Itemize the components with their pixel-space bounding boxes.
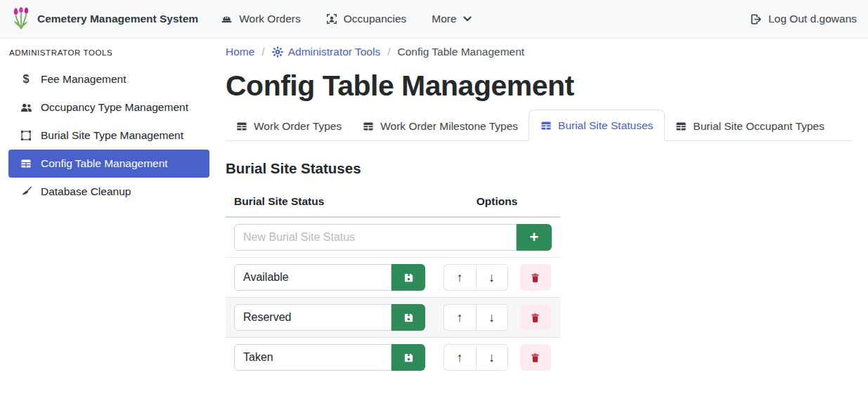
sidebar-item-label: Config Table Management [41,157,168,170]
table-row: ↑ ↓ [226,298,560,338]
nav-more[interactable]: More [432,13,471,25]
tab-label: Work Order Types [254,120,342,133]
breadcrumb-separator: / [387,46,390,58]
breadcrumb-admin-tools-label: Administrator Tools [288,46,381,58]
sidebar-section-label: ADMINISTRATOR TOOLS [8,48,209,57]
tab-work-order-milestone-types[interactable]: Work Order Milestone Types [352,114,529,140]
burial-site-status-table: Burial Site Status Options + [226,188,560,377]
delete-button[interactable] [520,304,551,331]
sidebar-item-label: Burial Site Type Management [41,129,183,142]
status-name-input[interactable] [234,264,391,291]
people-icon [20,102,32,114]
table-icon [675,121,687,132]
tab-label: Burial Site Occupant Types [693,120,824,133]
logout-icon [750,13,762,25]
breadcrumb-separator: / [261,46,264,58]
sidebar-item-burial-site-type-management[interactable]: Burial Site Type Management [8,121,209,150]
table-icon [20,158,32,169]
config-tabs: Work Order Types Work Order Milestone Ty… [226,110,853,141]
save-icon [403,272,414,283]
bounding-box-icon [20,130,32,141]
save-button[interactable] [391,264,425,291]
person-bounding-box-icon [326,13,337,25]
table-row: ↑ ↓ [226,258,560,298]
table-icon [540,120,552,131]
gear-icon [272,46,283,58]
save-icon [403,353,414,363]
table-header-row: Burial Site Status Options [226,188,560,217]
add-status-button[interactable]: + [517,224,552,251]
top-navbar: Cemetery Management System Work Orders [0,0,868,39]
table-row: ↑ ↓ [226,338,560,378]
chevron-down-icon [463,16,472,22]
tab-label: Work Order Milestone Types [380,120,518,133]
primary-nav: Work Orders Occupancies More [221,13,472,25]
column-header-status: Burial Site Status [226,188,434,217]
sidebar-item-fee-management[interactable]: $ Fee Management [8,65,209,93]
tulip-logo-icon [11,6,31,32]
save-button[interactable] [391,344,425,371]
page-title: Config Table Management [226,70,853,103]
status-name-input[interactable] [234,344,391,371]
breadcrumb-current: Config Table Management [398,46,525,58]
nav-work-orders[interactable]: Work Orders [221,13,301,25]
reorder-button-group: ↑ ↓ [443,344,508,371]
arrow-up-icon: ↑ [457,311,463,324]
tab-work-order-types[interactable]: Work Order Types [226,114,352,140]
move-up-button[interactable]: ↑ [443,264,476,291]
logout-label: Log Out d.gowans [768,13,857,25]
tab-burial-site-occupant-types[interactable]: Burial Site Occupant Types [665,114,835,140]
nav-occupancies-label: Occupancies [344,13,407,25]
reorder-button-group: ↑ ↓ [443,304,508,331]
arrow-down-icon: ↓ [488,351,495,364]
move-up-button[interactable]: ↑ [443,344,476,371]
save-button[interactable] [391,304,425,331]
nav-work-orders-label: Work Orders [239,13,301,25]
logout-button[interactable]: Log Out d.gowans [750,13,857,25]
sidebar-item-label: Fee Management [41,73,127,86]
trash-icon [530,272,540,283]
breadcrumb-home-link[interactable]: Home [226,46,254,58]
new-status-input[interactable] [234,224,517,251]
plus-icon: + [530,228,539,246]
arrow-up-icon: ↑ [457,351,463,364]
sidebar-item-database-cleanup[interactable]: Database Cleanup [8,178,209,206]
status-name-input[interactable] [234,304,391,331]
trash-icon [530,312,540,323]
tab-burial-site-statuses[interactable]: Burial Site Statuses [529,110,665,141]
trash-icon [530,353,540,363]
sidebar-item-occupancy-type-management[interactable]: Occupancy Type Management [8,93,209,121]
main-content: Home / Administ [218,39,868,415]
move-down-button[interactable]: ↓ [476,344,508,371]
hard-hat-icon [221,13,233,25]
breadcrumb-home-label: Home [226,46,254,58]
delete-button[interactable] [520,344,551,371]
tab-label: Burial Site Statuses [558,119,653,132]
section-heading: Burial Site Statuses [226,160,853,177]
table-icon [236,121,247,132]
broom-icon [20,186,32,198]
nav-more-label: More [432,13,456,25]
sidebar: ADMINISTRATOR TOOLS $ Fee Management Occ… [0,39,218,415]
table-icon [363,121,374,132]
breadcrumb-admin-tools-link[interactable]: Administrator Tools [272,46,381,58]
arrow-down-icon: ↓ [488,311,495,324]
column-header-options: Options [434,188,560,217]
delete-button[interactable] [520,264,551,291]
reorder-button-group: ↑ ↓ [443,264,508,291]
sidebar-item-label: Database Cleanup [41,185,131,198]
arrow-down-icon: ↓ [488,271,495,284]
app-title: Cemetery Management System [37,13,198,25]
breadcrumb: Home / Administ [226,46,853,58]
sidebar-item-label: Occupancy Type Management [41,101,188,114]
dollar-icon: $ [20,73,32,86]
nav-occupancies[interactable]: Occupancies [326,13,407,25]
move-down-button[interactable]: ↓ [476,304,508,331]
save-icon [403,312,414,323]
move-down-button[interactable]: ↓ [476,264,508,291]
sidebar-item-config-table-management[interactable]: Config Table Management [8,150,209,178]
app-brand[interactable]: Cemetery Management System [11,6,198,32]
move-up-button[interactable]: ↑ [443,304,476,331]
arrow-up-icon: ↑ [457,271,463,284]
new-status-row: + [226,217,560,258]
